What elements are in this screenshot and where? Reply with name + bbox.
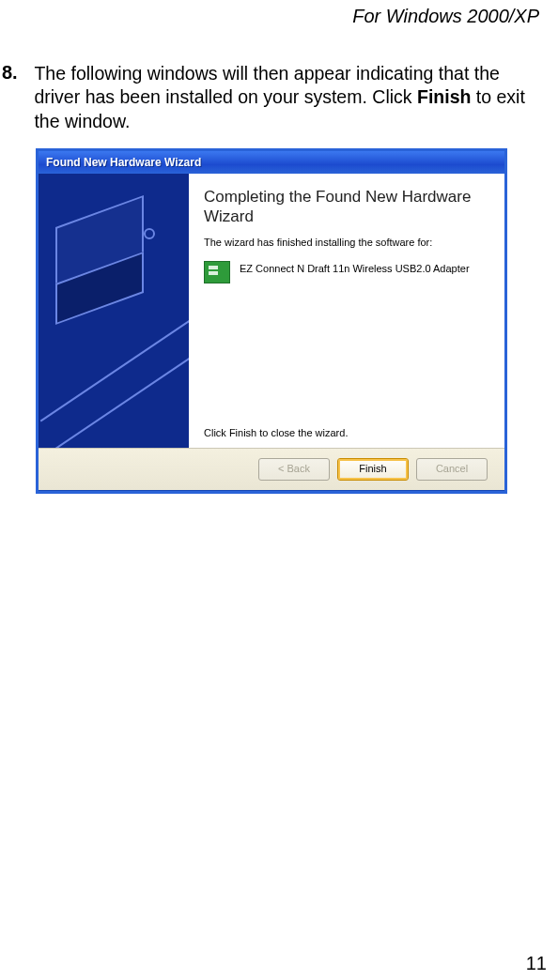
wizard-titlebar: Found New Hardware Wizard (39, 151, 504, 174)
cancel-button: Cancel (416, 458, 488, 481)
instruction-step: 8. The following windows will then appea… (2, 62, 549, 133)
wizard-device-row: EZ Connect N Draft 11n Wireless USB2.0 A… (204, 261, 488, 283)
page-number: 11 (526, 953, 547, 974)
wizard-button-bar: < Back Finish Cancel (39, 448, 504, 490)
wizard-subtext: The wizard has finished installing the s… (204, 237, 488, 248)
network-adapter-icon (204, 261, 230, 283)
step-text: The following windows will then appear i… (34, 62, 541, 133)
back-button: < Back (258, 458, 330, 481)
step-text-bold: Finish (417, 86, 471, 107)
wizard-main-pane: Completing the Found New Hardware Wizard… (189, 174, 504, 448)
wizard-window: Found New Hardware Wizard Completing the… (36, 148, 507, 494)
step-number: 8. (2, 62, 30, 84)
wizard-side-graphic (39, 174, 189, 448)
wizard-heading: Completing the Found New Hardware Wizard (204, 187, 488, 227)
page-header: For Windows 2000/XP (352, 6, 539, 27)
finish-button[interactable]: Finish (337, 458, 409, 481)
wizard-body: Completing the Found New Hardware Wizard… (39, 174, 504, 448)
wizard-device-name: EZ Connect N Draft 11n Wireless USB2.0 A… (240, 261, 470, 274)
wizard-close-text: Click Finish to close the wizard. (204, 427, 348, 438)
